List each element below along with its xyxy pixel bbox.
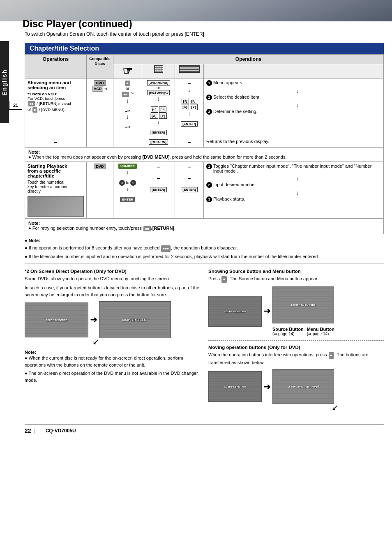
table-row-note2: Note: ● For retrying selection during nu… xyxy=(25,218,384,234)
row2-compatible: DVD xyxy=(87,162,113,218)
moving-screenshot-after: scene selection moved xyxy=(272,369,334,404)
row1-col1: ■ or ■■ *1 ↓ –*² ↓ –*² xyxy=(113,78,142,137)
two-col-section: *2 On-Screen Direct Operation (Only for … xyxy=(25,269,384,413)
bottom-note-item2: If the title/chapter number is inputted … xyxy=(25,254,384,260)
title-main: Disc Player xyxy=(23,18,76,29)
page-title: Disc Player (continued) xyxy=(23,18,132,30)
page-number: 21 xyxy=(13,103,18,108)
keypad-image xyxy=(28,196,84,217)
return-dash: – xyxy=(25,137,87,147)
sub-header-bars xyxy=(175,64,204,78)
bottom-notes: Note: If no operation is performed for 8… xyxy=(25,238,384,264)
dashed-divider xyxy=(208,340,384,341)
left-col-body2: In such a case, if your targeted button … xyxy=(25,284,200,298)
sub-header-touch: ☞ xyxy=(113,64,142,78)
moving-arrow-icon: ➜ xyxy=(263,381,271,392)
left-col-note: Note: ● When the current disc is not rea… xyxy=(25,350,200,383)
footer-model-number: CQ-VD7005U xyxy=(46,428,76,434)
left-col-images: scene selection ➜ CHAPTER SELECT xyxy=(25,301,200,338)
table-row-note1: Note: ● When the top menu does not appea… xyxy=(25,147,384,162)
subtitle-text: To switch Operation Screen ON, touch the… xyxy=(25,30,384,40)
row1-result: 1 Menu appears. ↓ 2 Select the desired i… xyxy=(204,78,384,137)
left-column: *2 On-Screen Direct Operation (Only for … xyxy=(25,269,200,413)
moving-images: scene selection ➜ scene selection moved xyxy=(208,369,384,404)
row1-col2: [DVD MENU] or [RETURN]*1 ↓ [<] [>] [∧] [… xyxy=(142,78,175,137)
table-row-playback: Starting Playbackfrom a specificchapter/… xyxy=(25,162,384,218)
note1-cell: Note: ● When the top menu does not appea… xyxy=(25,147,384,162)
moving-title: Moving operation buttons (Only for DVD) xyxy=(208,345,384,350)
row2-result: 1 Toggles "Chapter number input mode", "… xyxy=(204,162,384,218)
page-number-box: 21 xyxy=(9,101,22,110)
right-col-body: Press ■. The Source button and Menu butt… xyxy=(208,275,384,283)
note-title: Note: xyxy=(25,238,384,244)
page-header: Disc Player (continued) xyxy=(0,0,392,30)
row1-operations: Showing menu andselecting an item *1 Not… xyxy=(25,78,87,137)
left-col-title: *2 On-Screen Direct Operation (Only for … xyxy=(25,269,200,274)
table-row: Showing menu andselecting an item *1 Not… xyxy=(25,78,384,137)
sub-header-grid xyxy=(142,64,175,78)
section-title: Chapter/title Selection xyxy=(30,45,99,52)
row2-col3: – – [ENTER] xyxy=(175,162,204,218)
row1-col3: – ↓ [<] [>] [∧] [∨] ↓ xyxy=(175,78,204,137)
table-row-return: – [RETURN] – Returns to the previous dis… xyxy=(25,137,384,147)
sidebar-english-label: English xyxy=(0,41,9,123)
right-col-images: scene selection ➜ screen w/ buttons Sour… xyxy=(208,286,384,336)
title-block: Disc Player (continued) xyxy=(23,18,132,30)
operations-table: Operations CompatibleDiscs Operations ☞ xyxy=(25,54,384,234)
row2-col2: – – [ENTER] xyxy=(142,162,175,218)
col-header-ops-span: Operations xyxy=(113,55,384,64)
bottom-note-item1: If no operation is performed for 8 secon… xyxy=(25,245,384,252)
screenshot-after: CHAPTER SELECT xyxy=(99,301,171,338)
return-compatible-empty xyxy=(87,137,113,147)
right-arrow-icon: ➜ xyxy=(263,306,271,316)
title-continued: (continued) xyxy=(78,18,132,29)
arrow-right-icon: ➜ xyxy=(90,314,97,325)
sub-header-result xyxy=(204,64,384,78)
row2-col1: NUMBER ↓ 0 to 9 ↓ ENTER xyxy=(113,162,142,218)
return-col1-dash xyxy=(113,137,142,147)
row1-compatible: DVD VCD *1 xyxy=(87,78,113,137)
moving-body: When the operation buttons interfere wit… xyxy=(208,351,384,366)
right-column: Showing Source button and Menu button Pr… xyxy=(208,269,384,413)
right-screenshot-before: scene selection xyxy=(208,296,262,327)
return-col2: [RETURN] xyxy=(142,137,175,147)
footer-page-number: 22 xyxy=(25,427,31,434)
return-col3-dash: – xyxy=(175,137,204,147)
main-content: To switch Operation Screen ON, touch the… xyxy=(0,30,392,434)
col-header-operations: Operations xyxy=(25,55,87,78)
return-result: Returns to the previous display. xyxy=(204,137,384,147)
left-col-body1: Some DVDs allow you to operate the DVD m… xyxy=(25,275,200,282)
row2-operations: Starting Playbackfrom a specificchapter/… xyxy=(25,162,87,218)
section-title-bar: Chapter/title Selection xyxy=(25,43,384,54)
note2-cell: Note: ● For retrying selection during nu… xyxy=(25,218,384,234)
right-screenshot-after: screen w/ buttons xyxy=(272,286,334,323)
right-col-title: Showing Source button and Menu button xyxy=(208,269,384,274)
screenshot-before: scene selection xyxy=(25,302,88,337)
moving-screenshot-before: scene selection xyxy=(208,371,262,402)
col-header-compatible: CompatibleDiscs xyxy=(87,55,113,78)
page-footer: 22 | CQ-VD7005U xyxy=(25,425,384,434)
